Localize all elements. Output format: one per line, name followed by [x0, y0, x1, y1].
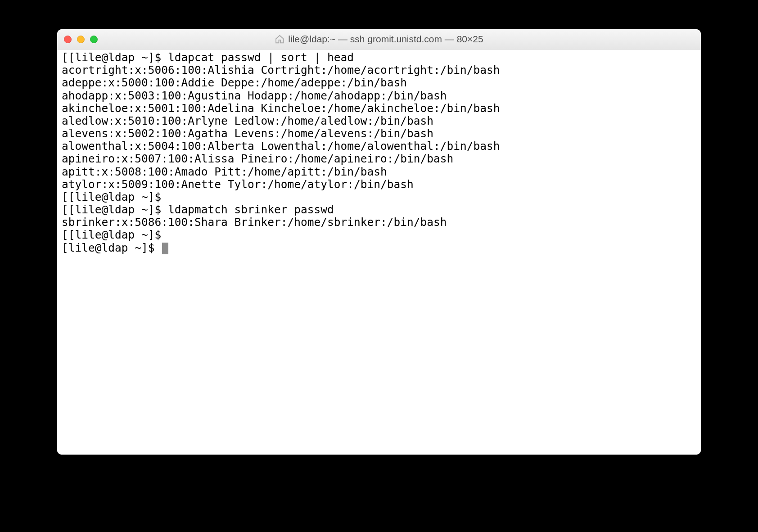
- line-text: atylor:x:5009:100:Anette Tylor:/home/aty…: [62, 178, 414, 191]
- titlebar[interactable]: lile@ldap:~ — ssh gromit.unistd.com — 80…: [57, 29, 701, 50]
- window-title-area: lile@ldap:~ — ssh gromit.unistd.com — 80…: [275, 34, 483, 45]
- cursor-icon: [162, 243, 168, 254]
- terminal-line: adeppe:x:5000:100:Addie Deppe:/home/adep…: [62, 77, 696, 89]
- terminal-line: sbrinker:x:5086:100:Shara Brinker:/home/…: [62, 216, 696, 229]
- prompt-text: [lile@ldap ~]$: [62, 241, 161, 254]
- terminal-line: acortright:x:5006:100:Alishia Cortright:…: [62, 64, 696, 77]
- terminal-line: akincheloe:x:5001:100:Adelina Kincheloe:…: [62, 102, 696, 115]
- line-prefix-bracket: [: [62, 190, 68, 203]
- line-text: akincheloe:x:5001:100:Adelina Kincheloe:…: [62, 102, 500, 115]
- line-text: [lile@ldap ~]$ ldapmatch sbrinker passwd: [68, 203, 334, 216]
- line-text: aledlow:x:5010:100:Arlyne Ledlow:/home/a…: [62, 114, 433, 127]
- line-text: apitt:x:5008:100:Amado Pitt:/home/apitt:…: [62, 165, 387, 178]
- line-text: [lile@ldap ~]$ ldapcat passwd | sort | h…: [68, 51, 354, 64]
- terminal-line: aledlow:x:5010:100:Arlyne Ledlow:/home/a…: [62, 115, 696, 127]
- terminal-line: alowenthal:x:5004:100:Alberta Lowenthal:…: [62, 140, 696, 153]
- line-prefix-bracket: [: [62, 228, 68, 241]
- line-text: sbrinker:x:5086:100:Shara Brinker:/home/…: [62, 216, 447, 229]
- minimize-button[interactable]: [77, 36, 85, 43]
- line-text: adeppe:x:5000:100:Addie Deppe:/home/adep…: [62, 76, 407, 89]
- line-prefix-bracket: [: [62, 51, 68, 64]
- terminal-line: [[lile@ldap ~]$ ldapmatch sbrinker passw…: [62, 203, 696, 216]
- terminal-line: ahodapp:x:5003:100:Agustina Hodapp:/home…: [62, 90, 696, 102]
- line-prefix-bracket: [: [62, 203, 68, 216]
- line-text: ahodapp:x:5003:100:Agustina Hodapp:/home…: [62, 89, 447, 102]
- terminal-prompt-line: [lile@ldap ~]$: [62, 242, 696, 254]
- terminal-content[interactable]: [[lile@ldap ~]$ ldapcat passwd | sort | …: [57, 50, 701, 455]
- terminal-line: [[lile@ldap ~]$: [62, 191, 696, 203]
- terminal-line: atylor:x:5009:100:Anette Tylor:/home/aty…: [62, 178, 696, 191]
- maximize-button[interactable]: [90, 36, 98, 43]
- line-text: apineiro:x:5007:100:Alissa Pineiro:/home…: [62, 152, 453, 165]
- line-text: alevens:x:5002:100:Agatha Levens:/home/a…: [62, 127, 433, 140]
- terminal-line: alevens:x:5002:100:Agatha Levens:/home/a…: [62, 127, 696, 140]
- line-text: [lile@ldap ~]$: [68, 228, 168, 241]
- line-text: alowenthal:x:5004:100:Alberta Lowenthal:…: [62, 140, 500, 153]
- line-text: [lile@ldap ~]$: [68, 190, 168, 203]
- close-button[interactable]: [64, 36, 72, 43]
- terminal-line: apitt:x:5008:100:Amado Pitt:/home/apitt:…: [62, 166, 696, 178]
- home-icon: [275, 34, 284, 44]
- terminal-line: [[lile@ldap ~]$: [62, 229, 696, 241]
- terminal-line: apineiro:x:5007:100:Alissa Pineiro:/home…: [62, 153, 696, 165]
- window-title: lile@ldap:~ — ssh gromit.unistd.com — 80…: [288, 34, 483, 45]
- terminal-line: [[lile@ldap ~]$ ldapcat passwd | sort | …: [62, 51, 696, 64]
- terminal-window: lile@ldap:~ — ssh gromit.unistd.com — 80…: [57, 29, 701, 455]
- traffic-lights: [64, 36, 98, 43]
- line-text: acortright:x:5006:100:Alishia Cortright:…: [62, 63, 500, 77]
